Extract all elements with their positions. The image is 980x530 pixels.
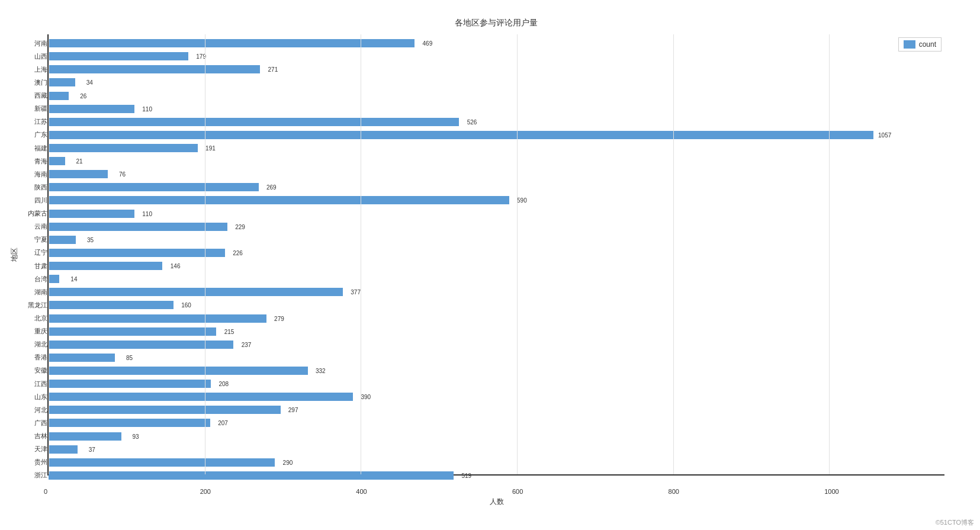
bar-row: 江西208: [49, 380, 944, 388]
bar-row: 河南469: [49, 39, 944, 47]
x-gridline: [829, 34, 830, 474]
bar-value: 85: [126, 354, 133, 361]
bar-row: 广西207: [49, 419, 944, 427]
bar-row: 吉林93: [49, 432, 944, 441]
bar-label: 海南: [13, 170, 47, 179]
bar-value: 110: [142, 210, 152, 217]
bar-row: 云南229: [49, 223, 944, 231]
bar: 35: [49, 236, 76, 244]
bar: 269: [49, 183, 259, 191]
x-axis-title: 人数: [490, 497, 504, 507]
bar: 226: [49, 249, 225, 257]
bar-row: 宁夏35: [49, 236, 944, 244]
bar-value: 590: [517, 197, 527, 204]
bar-row: 四川590: [49, 196, 944, 204]
bar-label: 黑龙江: [13, 301, 47, 310]
bar-row: 内蒙古110: [49, 210, 944, 218]
bar: 377: [49, 288, 343, 296]
bar-label: 山东: [13, 393, 47, 401]
bar: 207: [49, 419, 210, 427]
bar: 34: [49, 78, 75, 86]
chart-title: 各地区参与评论用户量: [47, 18, 944, 28]
x-gridline: [673, 34, 674, 474]
bar-label: 广东: [13, 130, 47, 139]
bar-row: 上海271: [49, 65, 944, 73]
bar: 110: [49, 210, 134, 218]
bar-value: 207: [218, 420, 228, 426]
bar: 215: [49, 327, 216, 336]
bar-label: 甘肃: [13, 262, 47, 271]
bar-row: 浙江519: [49, 471, 944, 480]
bar-row: 重庆215: [49, 327, 944, 336]
bar-value: 519: [461, 472, 471, 478]
bar: 110: [49, 105, 134, 113]
bar-label: 天津: [13, 445, 47, 454]
bar-value: 208: [219, 381, 229, 387]
bar-label: 上海: [13, 65, 47, 74]
bar-value: 297: [288, 407, 298, 413]
bar-label: 台湾: [13, 275, 47, 284]
bar-value: 26: [80, 92, 86, 99]
bar: 297: [49, 406, 281, 414]
bar: 85: [49, 354, 115, 362]
bar: 229: [49, 223, 227, 231]
bar-row: 西藏26: [49, 92, 944, 100]
bar-label: 吉林: [13, 432, 47, 441]
bar-value: 390: [361, 394, 371, 400]
bar-value: 237: [242, 341, 252, 348]
bar-row: 青海21: [49, 157, 944, 165]
x-tick: 1000: [824, 488, 838, 495]
bar: 191: [49, 144, 198, 152]
bar: 146: [49, 262, 162, 270]
bar-label: 西藏: [13, 91, 47, 100]
bar: 26: [49, 92, 69, 100]
bar-value: 526: [467, 118, 477, 125]
x-tick: 200: [200, 488, 211, 495]
bar-value: 34: [86, 79, 93, 86]
bar-row: 湖北237: [49, 341, 944, 349]
bar-value: 279: [274, 315, 284, 322]
bar-row: 安徽332: [49, 367, 944, 375]
bar: 290: [49, 458, 275, 467]
bar-row: 辽宁226: [49, 249, 944, 257]
bar-label: 云南: [13, 222, 47, 231]
bar-row: 黑龙江160: [49, 301, 944, 309]
bar-label: 北京: [13, 314, 47, 323]
bar: 37: [49, 445, 78, 454]
bar-row: 河北297: [49, 406, 944, 414]
x-gridline: [517, 34, 518, 474]
bar: 160: [49, 301, 173, 309]
bar-value: 226: [233, 249, 243, 256]
bars-container: 河南469山西179上海271澳门34西藏26新疆110江苏526广东1057福…: [49, 34, 944, 474]
bar-row: 山西179: [49, 52, 944, 60]
bar-value: 271: [268, 66, 278, 73]
bar-label: 福建: [13, 144, 47, 153]
bar-row: 湖南377: [49, 288, 944, 296]
bar-label: 湖南: [13, 288, 47, 297]
bar: 519: [49, 471, 454, 480]
bar-value: 191: [205, 145, 216, 152]
bar-row: 澳门34: [49, 78, 944, 86]
bar: 21: [49, 157, 65, 165]
bar-row: 天津37: [49, 445, 944, 454]
bar-row: 广东1057: [49, 131, 944, 139]
bar-row: 北京279: [49, 314, 944, 323]
bar-label: 四川: [13, 196, 47, 205]
bar: 332: [49, 367, 308, 375]
bar: 76: [49, 170, 108, 178]
bar-row: 贵州290: [49, 458, 944, 467]
bar-row: 海南76: [49, 170, 944, 178]
bar-row: 山东390: [49, 393, 944, 401]
x-tick: 400: [356, 488, 367, 495]
bar-label: 安徽: [13, 366, 47, 375]
bar-value: 110: [142, 105, 152, 112]
bar-value: 215: [224, 328, 234, 335]
bar-row: 福建191: [49, 144, 944, 152]
bar-value: 290: [283, 459, 293, 465]
bar-label: 广西: [13, 419, 47, 428]
bar: 469: [49, 39, 415, 47]
bar-label: 江苏: [13, 117, 47, 126]
bar: 208: [49, 380, 211, 388]
bar-label: 陕西: [13, 183, 47, 192]
bar-value: 160: [181, 302, 191, 309]
